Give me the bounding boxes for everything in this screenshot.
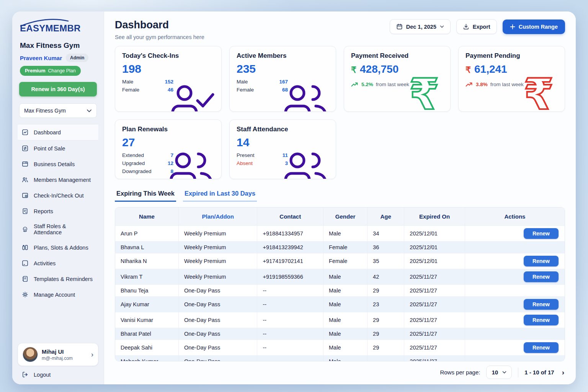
renew-button[interactable]: Renew	[524, 315, 559, 325]
app-window: EASYMEMBR Max Fitness Gym Praveen Kumar …	[12, 11, 576, 384]
svg-text:₹: ₹	[409, 73, 439, 112]
avatar	[23, 347, 38, 362]
card-plan-renewals: Plan Renewals 27 Extended7 Upgraded12 Do…	[115, 119, 222, 179]
table-row: Deepak SahiOne-Day Pass--Male292025/11/2…	[115, 340, 565, 356]
plan-badge-plan: Premium	[25, 68, 46, 74]
profile-card[interactable]: Mihaj UI m@-mihaj.com ›	[18, 343, 98, 366]
dashboard-icon	[21, 129, 29, 136]
date-picker-button[interactable]: Dec 1, 2025	[390, 19, 451, 34]
col-contact: Contact	[257, 207, 323, 226]
col-expired-on: Expired On	[404, 207, 465, 226]
renew-button[interactable]: Renew	[524, 256, 559, 266]
rupee-symbol: ₹	[466, 65, 471, 75]
sidebar-item-point-of-sale[interactable]: Point of Sale	[18, 140, 98, 156]
table-row: Bhanu TejaOne-Day Pass--Male292025/11/27	[115, 285, 565, 297]
sidebar-item-business-details[interactable]: Business Details	[18, 156, 98, 172]
sidebar-item-manage-account[interactable]: Manage Account	[18, 287, 98, 302]
col-actions: Actions	[465, 207, 565, 226]
gym-name: Max Fitness Gym	[20, 41, 96, 50]
chevron-down-icon	[87, 109, 92, 113]
export-button[interactable]: Export	[456, 19, 497, 34]
rupee-symbol: ₹	[351, 65, 356, 75]
stats-cards: Today's Check-Ins 198 Male152 Female46 A…	[115, 46, 565, 179]
logout-icon	[21, 371, 29, 378]
table-tabs: Expiring This Week Expired in Last 30 Da…	[115, 188, 565, 202]
card-payment-pending: Payment Pending ₹ 61,241 3.8% from last …	[458, 46, 565, 112]
logout-button[interactable]: Logout	[18, 366, 98, 380]
trend-up-icon	[351, 82, 359, 87]
page-subtitle: See all your gym performances here	[115, 34, 204, 40]
change-plan-link[interactable]: Change Plan	[48, 68, 76, 74]
templates-icon	[21, 275, 29, 283]
sidebar-item-staff-roles[interactable]: Staff Roles & Attendance	[18, 219, 98, 240]
table-row: Ajay KumarOne-Day Pass--Male232025/11/27…	[115, 297, 565, 312]
tab-expired-last-30-days[interactable]: Expired in Last 30 Days	[183, 188, 257, 202]
sidebar-item-checkin-checkout[interactable]: Check-In/Check Out	[18, 188, 98, 203]
gear-icon	[21, 291, 29, 298]
pagination: Rows per page: 10 1 - 10 of 17 ›	[115, 366, 565, 379]
profile-email: m@-mihaj.com	[42, 356, 73, 361]
sidebar-item-templates-reminders[interactable]: Templates & Reminders	[18, 271, 98, 287]
next-page-button[interactable]: ›	[562, 368, 564, 377]
main-content: Dashboard See all your gym performances …	[104, 11, 576, 384]
people-icon	[281, 150, 330, 179]
reports-icon	[21, 207, 29, 215]
sidebar: EASYMEMBR Max Fitness Gym Praveen Kumar …	[12, 11, 104, 384]
rupee-icon: ₹	[521, 73, 556, 112]
card-todays-checkins: Today's Check-Ins 198 Male152 Female46	[115, 46, 222, 112]
col-plan-addon[interactable]: Plan/Addon	[179, 207, 257, 226]
gym-select[interactable]: Max Fitness Gym	[19, 103, 97, 118]
card-payment-received: Payment Received ₹ 428,750 5.2% from las…	[344, 46, 451, 112]
caret-down-icon	[502, 371, 506, 374]
renew-button[interactable]: Renew	[524, 342, 559, 353]
rows-per-page-select[interactable]: 10	[486, 366, 512, 379]
table-row: Bharat PatelOne-Day Pass--Male292025/11/…	[115, 328, 565, 340]
plan-renewals-value: 27	[122, 136, 214, 149]
chevron-right-icon: ›	[91, 351, 93, 359]
plan-badge[interactable]: Premium Change Plan	[20, 66, 81, 76]
table-row: Mahesh KumarOne-Day Pass--Male--2025/11/…	[115, 356, 565, 362]
col-name: Name	[115, 207, 179, 226]
sidebar-item-activities[interactable]: Activities	[18, 255, 98, 271]
col-age: Age	[368, 207, 404, 226]
renew-button[interactable]: Renew	[524, 228, 559, 239]
active-members-value: 235	[237, 62, 329, 75]
card-staff-attendance: Staff Attendance 14 Present11 Absent3	[229, 119, 336, 179]
card-active-members: Active Members 235 Male167 Female68	[229, 46, 336, 112]
sidebar-item-plans-slots-addons[interactable]: Plans, Slots & Addons	[18, 240, 98, 255]
tab-expiring-this-week[interactable]: Expiring This Week	[115, 188, 176, 202]
gym-select-value: Max Fitness Gym	[24, 108, 66, 114]
download-icon	[463, 23, 469, 30]
rows-per-page-label: Rows per page:	[440, 369, 480, 376]
payment-pending-amount: 61,241	[474, 63, 507, 75]
app-logo: EASYMEMBR	[20, 19, 98, 34]
staff-attendance-value: 14	[237, 136, 329, 149]
sidebar-item-members-management[interactable]: Members Management	[18, 172, 98, 188]
user-name: Praveen Kumar	[20, 55, 62, 61]
business-details-icon	[21, 160, 29, 168]
table-row: Vikram TWeekly Premium+919198559366Male4…	[115, 269, 565, 285]
renew-button[interactable]: Renew	[524, 271, 559, 282]
sidebar-nav: Dashboard Point of Sale Business Details…	[18, 124, 98, 302]
staff-roles-icon	[21, 226, 29, 233]
custom-range-button[interactable]: Custom Range	[503, 20, 565, 34]
table-row: Bhavna LWeekly Premium+918413239942Femal…	[115, 242, 565, 253]
renew-button[interactable]: Renew	[524, 299, 559, 310]
table-row: NIharika NWeekly Premium+917419702141Fem…	[115, 253, 565, 269]
table-row: Vanisi KumarOne-Day Pass--Male292025/11/…	[115, 312, 565, 328]
person-check-icon	[168, 83, 215, 112]
plans-slots-icon	[21, 244, 29, 251]
table-row: Arun PWeekly Premium+918841334957Male342…	[115, 226, 565, 242]
page-title: Dashboard	[115, 19, 204, 31]
divider	[518, 368, 518, 377]
sidebar-item-dashboard[interactable]: Dashboard	[18, 124, 98, 140]
checkins-value: 198	[122, 62, 214, 75]
col-gender: Gender	[323, 207, 368, 226]
activities-icon	[21, 260, 29, 267]
admin-badge: Admin	[66, 54, 88, 62]
renew-plan-button[interactable]: Renew in 360 Day(s)	[19, 82, 97, 96]
point-of-sale-icon	[21, 145, 29, 152]
svg-text:₹: ₹	[524, 73, 554, 112]
sidebar-item-reports[interactable]: Reports	[18, 203, 98, 219]
checkin-checkout-icon	[21, 192, 29, 199]
